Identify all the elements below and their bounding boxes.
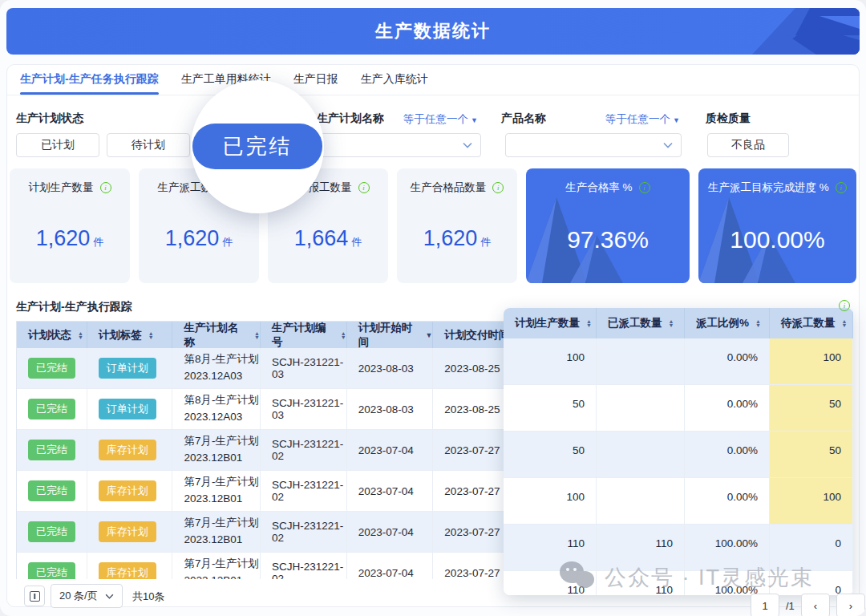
panel-row[interactable]: 110110100.00%0 bbox=[504, 571, 853, 595]
table-row[interactable]: 已完结库存计划第7月-生产计划2023.12B01SCJH-231221-022… bbox=[17, 430, 526, 471]
plan-name-cell: 第8月-生产计划2023.12A03 bbox=[172, 348, 261, 388]
column-header[interactable]: 生产计划名称▲▼ bbox=[172, 322, 261, 348]
plan-code-cell: SCJH-231221-02 bbox=[261, 471, 347, 511]
info-icon[interactable]: i bbox=[839, 300, 850, 311]
filter-label-quality: 质检质量 bbox=[706, 111, 751, 126]
kpi-label: 计划生产数量 bbox=[29, 180, 94, 195]
panel-cell bbox=[597, 432, 685, 477]
plan-code-cell: SCJH-231221-02 bbox=[261, 430, 347, 470]
panel-cell: 110 bbox=[597, 571, 685, 595]
status-filter-button-pending[interactable]: 待计划 bbox=[107, 133, 190, 157]
sort-icon[interactable]: ▲▼ bbox=[254, 331, 260, 339]
panel-cell: 110 bbox=[504, 571, 597, 595]
panel-column-header[interactable]: 已派工数量▲▼ bbox=[597, 308, 685, 338]
table-row[interactable]: 已完结订单计划第8月-生产计划2023.12A03SCJH-231221-032… bbox=[17, 389, 526, 430]
panel-column-header[interactable]: 计划生产数量▲▼ bbox=[504, 308, 597, 338]
sort-icon[interactable]: ▲▼ bbox=[669, 319, 674, 327]
kpi-label: 生产合格品数量 bbox=[411, 180, 487, 195]
panel-column-label: 计划生产数量 bbox=[515, 316, 580, 330]
table-row[interactable]: 已完结库存计划第7月-生产计划2023.12B01SCJH-231221-022… bbox=[17, 471, 526, 512]
product-name-operator-dropdown[interactable]: 等于任意一个▼ bbox=[605, 112, 680, 127]
plan-name-cell: 第7月-生产计划2023.12B01 bbox=[172, 430, 261, 470]
column-header[interactable]: 计划标签▲▼ bbox=[87, 322, 173, 348]
plan-name-line1: 第8月-生产计划 bbox=[184, 392, 258, 409]
production-dashboard: 生产数据统计 生产计划-生产任务执行跟踪生产工单用料统计生产日报生产入库统计 生… bbox=[0, 0, 866, 616]
plan-name-select[interactable] bbox=[313, 133, 481, 157]
status-cell: 已完结 bbox=[17, 348, 87, 388]
product-name-select[interactable] bbox=[505, 133, 682, 157]
plan-code-cell: SCJH-231221-02 bbox=[261, 512, 347, 552]
page-number-input[interactable]: 1 bbox=[751, 594, 779, 616]
kpi-card-5: 生产合格率 %i97.36% bbox=[526, 168, 690, 283]
start-date-cell: 2023-08-03 bbox=[347, 389, 434, 429]
tab-1[interactable]: 生产计划-生产任务执行跟踪 bbox=[20, 67, 159, 95]
panel-column-header[interactable]: 派工比例%▲▼ bbox=[685, 308, 770, 338]
page-size-select[interactable]: 20 条/页 bbox=[51, 584, 123, 608]
plan-name-text: 第7月-生产计划2023.12B01 bbox=[184, 474, 258, 508]
info-icon[interactable]: i bbox=[100, 182, 111, 193]
tab-4[interactable]: 生产入库统计 bbox=[361, 67, 428, 95]
info-icon[interactable]: i bbox=[492, 182, 504, 193]
info-icon[interactable]: i bbox=[836, 182, 847, 193]
quality-filter-button-defective[interactable]: 不良品 bbox=[707, 133, 789, 157]
plan-name-text: 第7月-生产计划2023.12B01 bbox=[184, 556, 258, 579]
tag-cell: 订单计划 bbox=[87, 389, 173, 429]
sort-icon[interactable]: ▲▼ bbox=[78, 331, 83, 339]
column-header[interactable]: 计划状态▲▼ bbox=[17, 322, 87, 348]
column-header[interactable]: 计划开始时间▼ bbox=[347, 322, 434, 348]
table-row[interactable]: 已完结库存计划第7月-生产计划2023.12B01SCJH-231221-022… bbox=[17, 512, 526, 553]
panel-row[interactable]: 110110100.00%0 bbox=[504, 525, 853, 571]
filter-label-product-name: 产品名称 bbox=[501, 111, 546, 126]
page-size-value: 20 条/页 bbox=[59, 589, 98, 603]
status-filter-button-finished-magnified[interactable]: 已完结 bbox=[192, 124, 322, 169]
status-badge: 已完结 bbox=[28, 358, 75, 379]
kpi-unit: 件 bbox=[222, 236, 233, 248]
tag-cell: 订单计划 bbox=[87, 348, 173, 388]
sort-icon[interactable]: ▲▼ bbox=[148, 331, 154, 339]
sort-desc-icon[interactable]: ▼ bbox=[425, 331, 432, 339]
table-row[interactable]: 已完结订单计划第8月-生产计划2023.12A03SCJH-231221-032… bbox=[17, 348, 526, 389]
sort-icon[interactable]: ▲▼ bbox=[755, 319, 761, 327]
panel-row[interactable]: 1000.00%100 bbox=[504, 478, 853, 525]
tab-3[interactable]: 生产日报 bbox=[293, 67, 338, 95]
tag-badge: 库存计划 bbox=[99, 440, 156, 460]
caret-down-icon: ▼ bbox=[341, 335, 346, 339]
column-header-label: 计划开始时间 bbox=[358, 321, 419, 350]
kpi-value-row: 1,620件 bbox=[397, 226, 517, 251]
plan-name-text: 第8月-生产计划2023.12A03 bbox=[184, 351, 258, 385]
panel-column-header[interactable]: 待派工数量▲▼ bbox=[770, 308, 853, 338]
tag-badge: 订单计划 bbox=[99, 358, 156, 379]
kpi-value: 1,620 bbox=[36, 226, 91, 250]
info-icon[interactable]: i bbox=[358, 182, 370, 193]
kpi-card-header: 生产合格品数量i bbox=[397, 168, 517, 195]
table-header-row: 计划状态▲▼计划标签▲▼生产计划名称▲▼生产计划编号▲▼计划开始时间▼计划交付时… bbox=[17, 322, 526, 348]
status-badge: 已完结 bbox=[28, 521, 75, 542]
panel-row[interactable]: 1000.00%100 bbox=[504, 338, 853, 385]
panel-row[interactable]: 500.00%50 bbox=[504, 432, 853, 478]
plan-name-line1: 第7月-生产计划 bbox=[184, 556, 258, 573]
panel-pagination: 1 /1 ‹ › bbox=[751, 594, 865, 616]
status-filter-button-planned[interactable]: 已计划 bbox=[16, 133, 99, 157]
panel-cell: 0.00% bbox=[685, 478, 770, 524]
plan-code-cell: SCJH-231221-03 bbox=[261, 389, 347, 429]
plan-code-cell: SCJH-231221-03 bbox=[261, 348, 347, 388]
tag-cell: 库存计划 bbox=[87, 471, 173, 511]
plan-name-operator-dropdown[interactable]: 等于任意一个▼ bbox=[403, 112, 478, 127]
panel-column-label: 派工比例% bbox=[696, 316, 749, 330]
column-header[interactable]: 生产计划编号▲▼ bbox=[261, 322, 347, 348]
plan-name-line2: 2023.12B01 bbox=[184, 450, 258, 467]
plan-name-line2: 2023.12B01 bbox=[184, 532, 258, 549]
sort-icon[interactable]: ▲▼ bbox=[586, 319, 592, 327]
table-row[interactable]: 已完结库存计划第7月-生产计划2023.12B01SCJH-231221-022… bbox=[17, 553, 526, 579]
next-page-button[interactable]: › bbox=[836, 594, 865, 616]
panel-cell: 100 bbox=[770, 338, 853, 384]
panel-column-label: 已派工数量 bbox=[608, 316, 662, 330]
status-cell: 已完结 bbox=[17, 430, 87, 470]
column-settings-button[interactable] bbox=[24, 586, 45, 606]
info-icon[interactable]: i bbox=[639, 182, 650, 193]
sort-icon[interactable]: ▲▼ bbox=[341, 331, 346, 339]
prev-page-button[interactable]: ‹ bbox=[801, 594, 830, 616]
sort-icon[interactable]: ▲▼ bbox=[842, 319, 848, 327]
panel-cell: 110 bbox=[504, 525, 597, 570]
panel-row[interactable]: 500.00%50 bbox=[504, 385, 853, 432]
